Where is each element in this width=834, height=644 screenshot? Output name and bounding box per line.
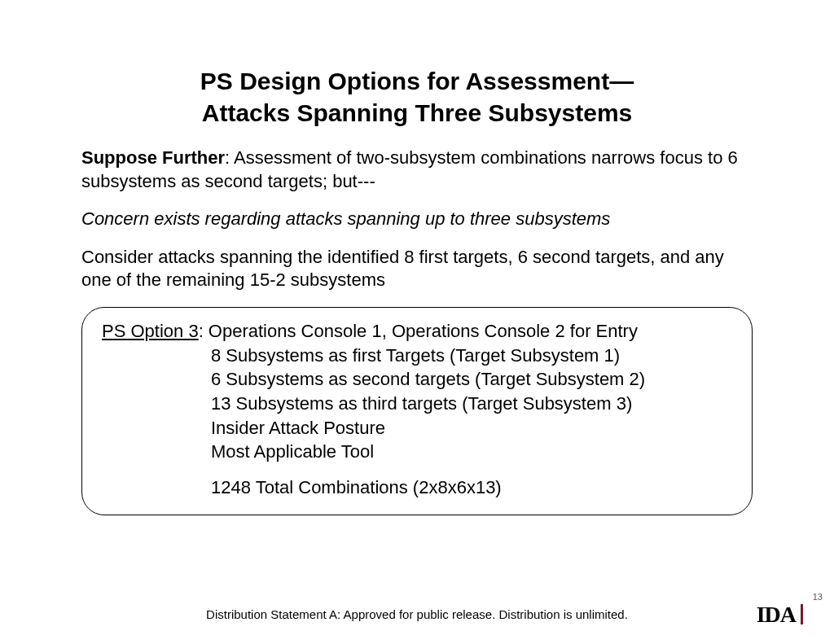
option-line-1-rest: : Operations Console 1, Operations Conso… bbox=[199, 321, 638, 341]
page-number: 13 bbox=[813, 592, 823, 602]
paragraph-suppose-further: Suppose Further: Assessment of two-subsy… bbox=[81, 147, 753, 193]
option-line-2: 8 Subsystems as first Targets (Target Su… bbox=[102, 344, 732, 368]
option-box: PS Option 3: Operations Console 1, Opera… bbox=[81, 307, 753, 515]
logo: IDA bbox=[757, 604, 803, 624]
title-line-2: Attacks Spanning Three Subsystems bbox=[202, 99, 633, 126]
option-total: 1248 Total Combinations (2x8x6x13) bbox=[102, 475, 732, 500]
title-line-1: PS Design Options for Assessment— bbox=[200, 68, 634, 94]
lead-bold: Suppose Further bbox=[81, 147, 225, 168]
option-line-4: 13 Subsystems as third targets (Target S… bbox=[102, 392, 732, 416]
option-line-5: Insider Attack Posture bbox=[102, 416, 732, 440]
option-line-3: 6 Subsystems as second targets (Target S… bbox=[102, 367, 732, 392]
paragraph-concern: Concern exists regarding attacks spannin… bbox=[81, 208, 753, 231]
option-line-1: PS Option 3: Operations Console 1, Opera… bbox=[102, 319, 732, 344]
paragraph-consider: Consider attacks spanning the identified… bbox=[81, 246, 753, 292]
slide-title: PS Design Options for Assessment— Attack… bbox=[81, 65, 753, 129]
option-line-6: Most Applicable Tool bbox=[102, 440, 732, 464]
footer-distribution: Distribution Statement A: Approved for p… bbox=[0, 607, 834, 621]
option-label: PS Option 3 bbox=[102, 321, 199, 341]
slide: PS Design Options for Assessment— Attack… bbox=[0, 0, 834, 644]
logo-text: IDA bbox=[757, 604, 803, 624]
